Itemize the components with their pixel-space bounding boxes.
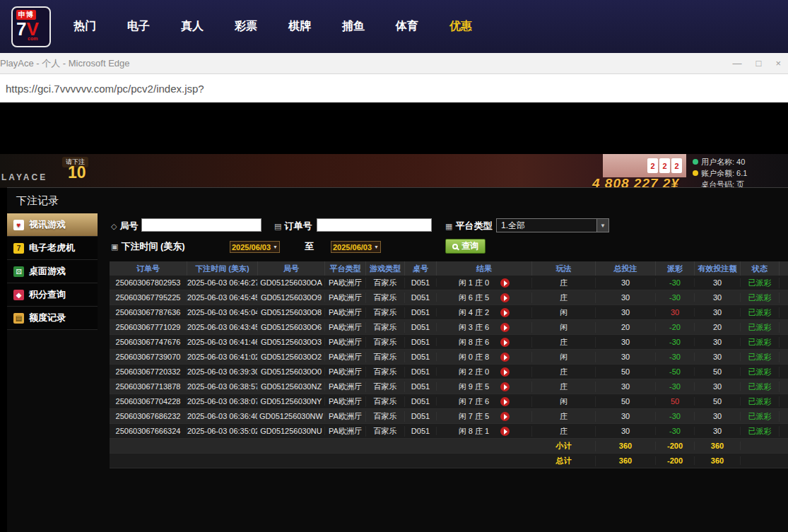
table-cell: 2025-06-03 06:45:45 (187, 293, 258, 302)
table-cell: 百家乐 (366, 426, 405, 437)
play-video-icon[interactable] (500, 412, 510, 421)
result-text: 闲 3 庄 6 (459, 322, 489, 333)
sidebar-item-points[interactable]: ◆积分查询 (7, 283, 98, 307)
table-row: 2506030676663242025-06-03 06:35:02GD0512… (110, 424, 788, 439)
column-header: 游戏类型 (366, 261, 405, 276)
table-cell: D051 (405, 308, 437, 317)
sidebar-item-quota-records[interactable]: ▤额度记录 (7, 307, 98, 330)
table-cell: GD051256030OA (258, 278, 325, 287)
column-header: 派彩 (656, 261, 695, 276)
table-cell: 已派彩 (741, 307, 780, 318)
table-cell: 30 (695, 293, 741, 302)
sidebar-item-video-games[interactable]: ♥视讯游戏 (7, 213, 98, 237)
sidebar-item-table-games[interactable]: ⚄桌面游戏 (7, 260, 98, 283)
play-video-icon[interactable] (500, 338, 510, 347)
table-cell: 360 (695, 456, 741, 465)
close-icon[interactable]: × (775, 58, 781, 69)
sidebar-item-label: 额度记录 (29, 312, 66, 324)
minimize-icon[interactable]: — (733, 58, 742, 69)
table-cell: 已派彩 (741, 352, 780, 362)
table-cell: -200 (656, 456, 695, 465)
play-video-icon[interactable] (500, 278, 510, 288)
order-number-input[interactable] (317, 218, 432, 232)
table-cell: 已派彩 (741, 411, 780, 422)
table-cell: 2025-06-03 06:36:40 (187, 412, 258, 420)
nav-item[interactable]: 优惠 (449, 19, 472, 34)
site-logo[interactable]: 申博 7 V com (11, 6, 51, 47)
sidebar-item-slots[interactable]: 7电子老虎机 (7, 237, 98, 260)
table-cell: 360 (596, 456, 656, 465)
table-cell: 30 (695, 353, 741, 361)
column-header: 平台类型 (325, 261, 366, 276)
table-cell: GD051256030O9 (258, 293, 325, 302)
table-cell: -30 (656, 338, 695, 346)
window-title: PlayAce - 个人 - Microsoft Edge (0, 57, 130, 70)
playing-cards-icon: ♥ (13, 220, 24, 230)
platform-type-select[interactable]: 1.全部 ▼ (496, 218, 609, 232)
column-header: 玩法 (532, 261, 596, 276)
nav-item[interactable]: 彩票 (235, 19, 257, 34)
logo-seven: 7 (16, 20, 26, 38)
search-icon (452, 244, 458, 249)
play-video-icon[interactable] (500, 382, 510, 391)
table-cell: 闲 3 庄 6 (437, 322, 532, 333)
table-cell: 50 (596, 367, 656, 376)
table-cell: 360 (695, 442, 741, 450)
table-cell: 百家乐 (366, 411, 405, 422)
playing-card: 2 (659, 158, 670, 173)
table-cell: PA欧洲厅 (325, 426, 366, 437)
platform-type-icon: ▦ (445, 222, 452, 231)
date-from-select[interactable]: 2025/06/03 ▼ (230, 241, 280, 253)
table-cell: 2025-06-03 06:45:04 (187, 308, 258, 317)
nav-item[interactable]: 电子 (127, 19, 150, 34)
table-cell: PA欧洲厅 (325, 411, 366, 422)
table-row: 2506030677203322025-06-03 06:39:30GD0512… (110, 365, 788, 379)
table-cell: 闲 9 庄 5 (437, 382, 532, 392)
live-casino-backdrop: 请下注 10 LAYACE 222 4 808 227 2¥ 用户名称: 40 … (0, 154, 788, 188)
search-button[interactable]: 查询 (445, 239, 486, 254)
play-video-icon[interactable] (500, 308, 510, 317)
playing-card: 2 (671, 158, 682, 173)
play-video-icon[interactable] (500, 353, 510, 362)
table-cell: 250603067771029 (110, 323, 187, 331)
table-cell: PA欧洲厅 (325, 337, 366, 348)
nav-item[interactable]: 捕鱼 (342, 19, 365, 34)
address-bar[interactable]: https://gci.7vvvvvv.com/pc/pcv2/index.js… (0, 74, 788, 102)
nav-item[interactable]: 真人 (181, 19, 204, 34)
total-row: 总计360-200360 (110, 454, 788, 468)
maximize-icon[interactable]: □ (756, 58, 762, 69)
table-cell: PA欧洲厅 (325, 396, 366, 407)
balance-label: 账户余额: 6.1 (701, 167, 747, 179)
table-cell: 2025-06-03 06:38:57 (187, 382, 258, 391)
table-cell: GD051256030NU (258, 427, 325, 435)
column-header: 局号 (258, 261, 325, 276)
play-video-icon[interactable] (500, 367, 510, 377)
table-cell: 30 (656, 308, 695, 317)
table-row: 2506030678029532025-06-03 06:46:27GD0512… (110, 276, 788, 290)
table-cell: 闲 (532, 396, 596, 407)
table-cell: 250603067795225 (110, 293, 187, 302)
nav-item[interactable]: 棋牌 (288, 19, 311, 34)
table-cell: 2025-06-03 06:38:07 (187, 397, 258, 406)
result-text: 闲 9 庄 5 (459, 382, 489, 392)
nav-item[interactable]: 体育 (396, 19, 418, 34)
player-hud: 用户名称: 40 账户余额: 6.1 桌台号码: 页 (693, 156, 747, 190)
round-number-input[interactable] (141, 218, 261, 232)
platform-type-value: 1.全部 (497, 220, 596, 232)
play-video-icon[interactable] (500, 323, 510, 332)
play-video-icon[interactable] (500, 293, 510, 302)
table-cell: 闲 4 庄 2 (437, 307, 532, 318)
table-cell: GD051256030O8 (258, 308, 325, 317)
play-video-icon[interactable] (500, 427, 510, 436)
table-cell: 闲 0 庄 8 (437, 352, 532, 362)
table-cell: 30 (695, 412, 741, 420)
signal-icon (693, 159, 698, 165)
table-cell: 250603067704228 (110, 397, 187, 406)
column-header: 状态 (741, 261, 780, 276)
play-video-icon[interactable] (500, 397, 510, 406)
nav-item[interactable]: 热门 (73, 19, 96, 34)
sidebar-item-label: 积分查询 (29, 288, 66, 301)
table-cell: 30 (695, 308, 741, 317)
panel-title: 下注记录 (7, 188, 788, 214)
date-to-select[interactable]: 2025/06/03 ▼ (331, 241, 381, 253)
